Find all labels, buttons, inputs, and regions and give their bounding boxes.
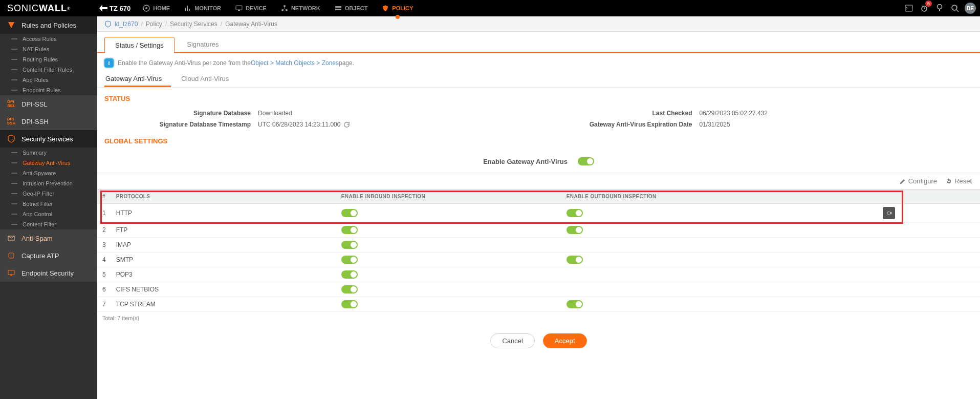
cell-index: 3 [97, 238, 111, 253]
sidebar-gateway-antivirus[interactable]: Gateway Anti-Virus [0, 158, 97, 168]
sidebar-endpoint-security[interactable]: Endpoint Security [0, 264, 97, 282]
inbound-toggle[interactable] [341, 270, 358, 279]
svg-point-13 [952, 5, 957, 10]
back-device-button[interactable]: TZ 670 [99, 5, 130, 12]
info-link[interactable]: Object > Match Objects > Zones [251, 59, 339, 67]
status-last-label: Last Checked [546, 110, 700, 117]
cancel-button[interactable]: Cancel [490, 333, 534, 348]
nav-device[interactable]: DEVICE [228, 0, 274, 16]
logo-cell: SONICWALL® [0, 0, 97, 16]
shield-icon [104, 20, 112, 28]
status-table: Signature Database Downloaded Last Check… [97, 108, 980, 130]
sidebar-botnet-filter[interactable]: Botnet Filter [0, 199, 97, 209]
device-name: TZ 670 [110, 5, 130, 12]
outbound-toggle[interactable] [567, 226, 583, 234]
status-last-value: 06/29/2023 05:02:27.432 [700, 110, 768, 117]
sidebar-rules[interactable]: Rules and Policies [0, 16, 97, 34]
user-avatar[interactable]: DE [965, 3, 976, 14]
sidebar-security-services[interactable]: Security Services [0, 130, 97, 148]
sidebar-geo-ip-filter[interactable]: Geo-IP Filter [0, 188, 97, 199]
cell-protocol: FTP [111, 223, 336, 238]
sidebar-content-filter-rules[interactable]: Content Filter Rules [0, 65, 97, 75]
refresh-icon[interactable] [343, 121, 350, 128]
row-settings-button[interactable] [883, 207, 895, 219]
sidebar-routing-rules[interactable]: Routing Rules [0, 54, 97, 65]
cell-index: 7 [97, 297, 111, 312]
nav-active-dot [396, 15, 400, 19]
enable-row: Enable Gateway Anti-Virus [97, 150, 980, 173]
inbound-toggle[interactable] [341, 226, 358, 234]
nav-object[interactable]: OBJECT [328, 0, 375, 16]
info-text-pre: Enable the Gateway Anti-Virus per zone f… [118, 59, 251, 67]
cell-protocol: HTTP [111, 204, 336, 223]
reset-button[interactable]: Reset [945, 177, 972, 185]
secondary-tabs: Gateway Anti-Virus Cloud Anti-Virus [97, 71, 980, 88]
outbound-toggle[interactable] [567, 209, 583, 217]
sidebar-nat-rules[interactable]: NAT Rules [0, 44, 97, 54]
back-arrow-icon [99, 5, 107, 12]
console-icon[interactable] [902, 2, 916, 15]
sidebar-dpi-ssl[interactable]: DPI SSL DPI-SSL [0, 95, 97, 113]
dpi-ssl-icon: DPI SSL [6, 99, 16, 109]
cell-protocol: SMTP [111, 253, 336, 267]
tab-cloud-av[interactable]: Cloud Anti-Virus [180, 71, 238, 87]
svg-point-1 [145, 7, 147, 9]
sidebar-app-control[interactable]: App Control [0, 209, 97, 219]
info-bar: i Enable the Gateway Anti-Virus per zone… [97, 55, 980, 71]
alarm-icon[interactable]: 6 [918, 2, 931, 15]
tab-status-settings[interactable]: Status / Settings [104, 37, 175, 53]
sidebar-app-rules[interactable]: App Rules [0, 75, 97, 85]
crumb-policy[interactable]: Policy [146, 20, 162, 28]
tab-gateway-av[interactable]: Gateway Anti-Virus [104, 71, 171, 87]
th-actions [878, 190, 980, 204]
network-icon [281, 5, 288, 12]
sidebar-dpi-ssh[interactable]: DPI SSH DPI-SSH [0, 113, 97, 130]
sidebar-capture-atp[interactable]: Capture ATP [0, 247, 97, 264]
inbound-toggle[interactable] [341, 285, 358, 293]
sidebar-endpoint-rules[interactable]: Endpoint Rules [0, 85, 97, 95]
outbound-toggle[interactable] [567, 256, 583, 264]
sidebar-anti-spam[interactable]: Anti-Spam [0, 229, 97, 247]
nav-monitor[interactable]: MONITOR [177, 0, 228, 16]
configure-button[interactable]: Configure [899, 177, 937, 185]
tab-signatures[interactable]: Signatures [176, 36, 229, 52]
table-row: 6CIFS NETBIOS [97, 282, 980, 297]
accept-button[interactable]: Accept [543, 333, 587, 348]
capture-atp-icon [6, 250, 16, 261]
button-row: Cancel Accept [97, 324, 980, 358]
reset-icon [945, 178, 952, 185]
cell-protocol: CIFS NETBIOS [111, 282, 336, 297]
svg-rect-12 [939, 9, 940, 11]
cell-protocol: IMAP [111, 238, 336, 253]
inbound-toggle[interactable] [341, 209, 358, 217]
nav-home[interactable]: HOME [136, 0, 177, 16]
nav-policy[interactable]: POLICY [375, 0, 420, 16]
object-icon [335, 5, 342, 12]
crumb-root[interactable]: ld_tz670 [115, 20, 138, 28]
table-row: 4SMTP [97, 253, 980, 267]
enable-gateway-av-toggle[interactable] [578, 157, 594, 165]
sidebar-intrusion-prevention[interactable]: Intrusion Prevention [0, 178, 97, 188]
table-row: 3IMAP [97, 238, 980, 253]
search-icon[interactable] [948, 2, 962, 15]
nav-network[interactable]: NETWORK [274, 0, 328, 16]
help-icon[interactable] [933, 2, 946, 15]
info-text-post: page. [339, 59, 354, 67]
main-content: Status / Settings Signatures i Enable th… [97, 32, 980, 368]
section-status-title: STATUS [97, 88, 980, 108]
inbound-toggle[interactable] [341, 241, 358, 249]
crumb-security-services[interactable]: Security Services [170, 20, 217, 28]
svg-rect-17 [10, 275, 12, 276]
sidebar-content-filter[interactable]: Content Filter [0, 219, 97, 229]
cell-index: 1 [97, 204, 111, 223]
pencil-icon [899, 178, 906, 185]
inbound-toggle[interactable] [341, 300, 358, 308]
sidebar: Rules and Policies Access Rules NAT Rule… [0, 16, 97, 399]
sidebar-access-rules[interactable]: Access Rules [0, 34, 97, 44]
svg-point-11 [938, 5, 942, 9]
svg-rect-15 [9, 253, 14, 258]
sidebar-summary[interactable]: Summary [0, 148, 97, 158]
inbound-toggle[interactable] [341, 256, 358, 264]
sidebar-anti-spyware[interactable]: Anti-Spyware [0, 168, 97, 178]
outbound-toggle[interactable] [567, 300, 583, 308]
